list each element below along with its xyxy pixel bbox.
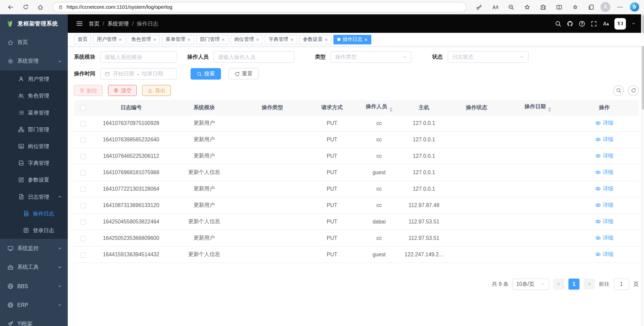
key-button[interactable] — [472, 1, 485, 13]
copilot-bing-icon[interactable]: b — [629, 2, 640, 12]
sidebar-item-param-settings[interactable]: 参数设置 — [0, 172, 68, 188]
sidebar-item-menu-management[interactable]: 菜单管理 — [0, 104, 68, 121]
table-refresh-button[interactable] — [628, 85, 639, 96]
breadcrumb-item-home[interactable]: 首页 — [89, 20, 99, 27]
detail-link[interactable]: 详细 — [595, 136, 613, 143]
module-input[interactable] — [100, 51, 177, 63]
tab-role-management[interactable]: 角色管理× — [127, 35, 160, 44]
back-button[interactable] — [4, 1, 17, 13]
sidebar-item-log-management[interactable]: 日志管理 — [0, 188, 68, 205]
tab-operation-log[interactable]: 操作日志× — [333, 35, 371, 44]
row-checkbox[interactable] — [80, 170, 86, 176]
row-checkbox[interactable] — [80, 137, 86, 143]
detail-link[interactable]: 详细 — [595, 185, 613, 192]
fullscreen-button[interactable] — [591, 20, 597, 27]
close-icon[interactable]: × — [187, 37, 191, 42]
profile-avatar[interactable] — [600, 2, 610, 12]
scrollbar-thumb[interactable] — [642, 15, 644, 110]
sidebar-item-erp[interactable]: ERP — [0, 296, 68, 314]
sidebar-item-dept-management[interactable]: 部门管理 — [0, 121, 68, 138]
breadcrumb-item-system[interactable]: 系统管理 — [107, 20, 129, 27]
split-screen-button[interactable] — [552, 1, 566, 13]
row-checkbox[interactable] — [80, 154, 86, 159]
detail-link[interactable]: 详细 — [595, 201, 613, 209]
detail-link[interactable]: 详细 — [595, 119, 613, 127]
operator-input[interactable] — [214, 51, 294, 63]
select-all-checkbox[interactable] — [80, 105, 86, 111]
user-avatar-logo[interactable]: YJ — [614, 18, 626, 29]
close-icon[interactable]: × — [222, 37, 225, 42]
close-icon[interactable]: × — [153, 37, 156, 42]
sidebar-item-system-monitor[interactable]: 系统监控 — [0, 239, 68, 258]
github-button[interactable] — [567, 20, 574, 27]
close-icon[interactable]: × — [119, 37, 122, 42]
detail-link[interactable]: 详细 — [595, 169, 613, 176]
question-button[interactable] — [579, 20, 585, 27]
clear-button[interactable]: 清空 — [108, 85, 137, 96]
reload-button[interactable] — [19, 1, 32, 13]
goto-page-input[interactable] — [613, 278, 629, 290]
prev-page-button[interactable] — [553, 278, 564, 289]
sidebar-item-system-management[interactable]: 系统管理 — [0, 52, 68, 70]
page-number-1[interactable]: 1 — [569, 278, 580, 289]
row-checkbox[interactable] — [80, 203, 86, 208]
tab-menu-management[interactable]: 菜单管理× — [162, 35, 194, 44]
detail-link[interactable]: 详细 — [595, 251, 613, 258]
chevron-down-icon[interactable] — [631, 21, 636, 26]
favorites-add-button[interactable] — [520, 1, 533, 13]
status-select[interactable]: 日志状态 — [448, 51, 529, 63]
date-range-picker[interactable]: 开始日期 - 结束日期 — [100, 68, 177, 79]
detail-link[interactable]: 详细 — [595, 152, 613, 159]
reset-button[interactable]: 重置 — [228, 68, 259, 79]
sidebar-item-user-management[interactable]: 用户管理 — [0, 71, 68, 87]
type-select[interactable]: 操作类型 — [331, 51, 412, 63]
cell-operator: cc — [358, 197, 400, 213]
row-checkbox[interactable] — [80, 219, 86, 225]
close-icon[interactable]: × — [325, 37, 328, 42]
sidebar-item-yi-framework[interactable]: Yi框架 — [0, 314, 68, 326]
address-bar[interactable]: https://ccnetcore.com:1101/system/log/op… — [53, 2, 467, 12]
zoom-out-button[interactable] — [504, 1, 518, 13]
toggle-search-button[interactable] — [613, 85, 624, 96]
row-checkbox[interactable] — [80, 252, 86, 257]
settings-more-button[interactable] — [613, 1, 626, 13]
delete-button[interactable]: 删除 — [74, 85, 103, 96]
row-checkbox[interactable] — [80, 121, 86, 126]
detail-link[interactable]: 详细 — [595, 218, 613, 225]
tab-post-management[interactable]: 岗位管理× — [230, 35, 263, 44]
sidebar-item-post-management[interactable]: 岗位管理 — [0, 138, 68, 154]
sort-carets-icon[interactable] — [389, 107, 392, 112]
close-icon[interactable]: × — [256, 37, 259, 42]
sidebar-item-role-management[interactable]: 角色管理 — [0, 87, 68, 104]
hamburger-button[interactable] — [76, 20, 83, 27]
tab-home[interactable]: 首页 — [74, 35, 91, 44]
sidebar-item-login-log[interactable]: 登录日志 — [0, 222, 68, 239]
tab-param-settings[interactable]: 参数设置× — [299, 35, 331, 44]
page-size-select[interactable]: 10条/页 — [513, 278, 549, 290]
browser-home-button[interactable] — [34, 1, 47, 13]
tab-dept-management[interactable]: 部门管理× — [196, 35, 228, 44]
row-checkbox[interactable] — [80, 187, 86, 192]
sidebar-item-operation-log[interactable]: 操作日志 — [0, 205, 68, 222]
sidebar-item-bbs[interactable]: BBS — [0, 276, 68, 295]
font-size-button[interactable] — [602, 20, 609, 27]
sidebar-item-home[interactable]: 首页 — [0, 33, 68, 52]
close-icon[interactable]: × — [290, 37, 293, 42]
extensions-button[interactable] — [536, 1, 549, 13]
tab-user-management[interactable]: 用户管理× — [93, 35, 125, 44]
search-button[interactable]: 搜索 — [191, 68, 221, 79]
collections-button[interactable] — [584, 1, 597, 13]
detail-link[interactable]: 详细 — [595, 234, 613, 242]
close-icon[interactable]: × — [364, 37, 367, 42]
search-button[interactable] — [555, 20, 561, 27]
sidebar-item-dict-management[interactable]: 字典管理 — [0, 155, 68, 172]
tab-dict-management[interactable]: 字典管理× — [265, 35, 297, 44]
sort-carets-icon[interactable] — [548, 107, 551, 112]
row-checkbox[interactable] — [80, 236, 86, 241]
scrollbar[interactable] — [641, 14, 644, 326]
export-button[interactable]: 导出 — [142, 85, 171, 96]
sidebar-item-system-tools[interactable]: 系统工具 — [0, 258, 68, 276]
next-page-button[interactable] — [584, 278, 595, 289]
favorites-button[interactable] — [569, 1, 582, 13]
read-aloud-button[interactable] — [488, 1, 501, 13]
